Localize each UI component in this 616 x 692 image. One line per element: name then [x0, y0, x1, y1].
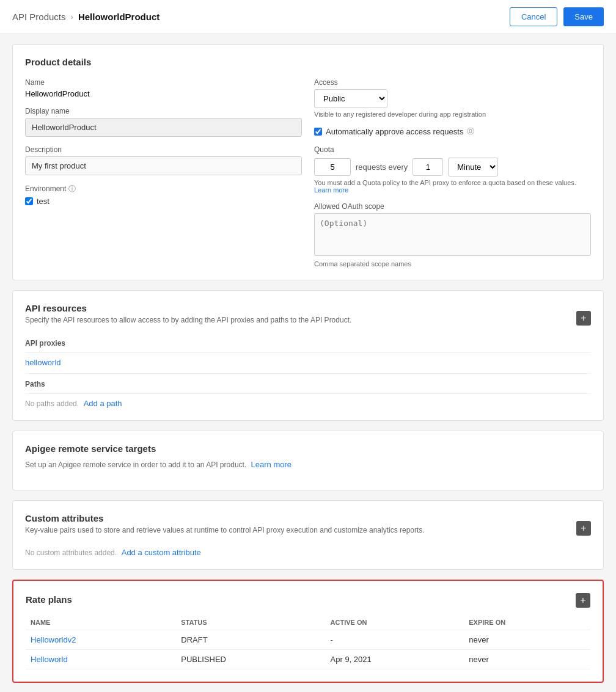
environment-checkbox[interactable] [25, 197, 33, 205]
display-name-input[interactable] [25, 118, 302, 137]
api-resources-section: API resources Specify the API resources … [12, 290, 604, 421]
name-value: HelloworldProduct [25, 89, 302, 98]
rate-plan-status: PUBLISHED [176, 650, 325, 669]
auto-approve-field: Automatically approve access requests ⓪ [314, 126, 591, 137]
cancel-button[interactable]: Cancel [510, 7, 557, 26]
custom-attributes-title: Custom attributes [25, 513, 425, 523]
rate-plans-title: Rate plans [26, 594, 72, 605]
quota-learn-more-link[interactable]: Learn more [314, 186, 348, 194]
oauth-hint: Comma separated scope names [314, 260, 591, 268]
paths-label: Paths [25, 380, 591, 388]
breadcrumb: API Products › HelloworldProduct [12, 12, 160, 22]
rate-plan-name: Helloworldv2 [26, 630, 176, 650]
rate-plans-col-status: STATUS [176, 615, 325, 630]
no-attrs-text: No custom attributes added. [25, 548, 117, 557]
rate-plan-name: Helloworld [26, 650, 176, 669]
environment-value: test [37, 197, 50, 206]
add-path-link[interactable]: Add a path [84, 399, 122, 408]
paths-row: No paths added. Add a path [25, 399, 591, 408]
rate-plan-expire-on: never [464, 630, 590, 650]
rate-plan-link[interactable]: Helloworldv2 [31, 635, 76, 644]
api-resources-header: API resources Specify the API resources … [25, 303, 591, 333]
api-resources-title: API resources [25, 303, 351, 313]
no-attrs-row: No custom attributes added. Add a custom… [25, 548, 591, 557]
apigee-targets-learn-more[interactable]: Learn more [251, 460, 292, 469]
auto-approve-help-icon[interactable]: ⓪ [467, 126, 474, 137]
add-api-resource-button[interactable]: + [576, 311, 591, 326]
description-input[interactable] [25, 156, 302, 175]
apigee-targets-section: Apigee remote service targets Set up an … [12, 431, 604, 490]
oauth-label: Allowed OAuth scope [314, 202, 591, 211]
no-paths-text: No paths added. [25, 399, 79, 408]
description-field: Description [25, 145, 302, 175]
access-hint: Visible to any registered developer duri… [314, 111, 591, 118]
rate-plans-section: Rate plans + NAME STATUS ACTIVE ON EXPIR… [12, 580, 604, 683]
quota-requests-label: requests every [356, 162, 408, 172]
add-rate-plan-button[interactable]: + [576, 593, 590, 608]
api-resources-desc: Specify the API resources to allow acces… [25, 316, 351, 324]
quota-hint: You must add a Quota policy to the API p… [314, 179, 591, 194]
product-details-left: Name HelloworldProduct Display name Desc… [25, 78, 302, 268]
custom-attributes-section: Custom attributes Key-value pairs used t… [12, 500, 604, 570]
environment-label: Environment ⓘ [25, 184, 302, 194]
rate-plan-active-on: - [326, 630, 464, 650]
quota-field: Quota requests every Minute Hour Day You… [314, 145, 591, 194]
proxy-link[interactable]: helloworld [25, 358, 61, 367]
proxies-label: API proxies [25, 339, 591, 348]
product-details-title: Product details [25, 57, 591, 67]
add-attr-link[interactable]: Add a custom attribute [122, 548, 201, 557]
name-label: Name [25, 78, 302, 87]
product-details-section: Product details Name HelloworldProduct D… [12, 44, 604, 280]
access-field: Access Public Private Internal Visible t… [314, 78, 591, 118]
rate-plans-tbody: Helloworldv2 DRAFT - never Helloworld PU… [26, 630, 590, 669]
name-field: Name HelloworldProduct [25, 78, 302, 98]
breadcrumb-parent[interactable]: API Products [12, 12, 66, 22]
product-details-grid: Name HelloworldProduct Display name Desc… [25, 78, 591, 268]
quota-unit-select[interactable]: Minute Hour Day [448, 158, 498, 177]
rate-plan-link[interactable]: Helloworld [31, 655, 68, 664]
rate-plans-col-active-on: ACTIVE ON [326, 615, 464, 630]
apigee-targets-title: Apigee remote service targets [25, 443, 591, 454]
display-name-field: Display name [25, 107, 302, 137]
quota-row: requests every Minute Hour Day [314, 158, 591, 177]
environment-help-icon[interactable]: ⓘ [68, 184, 76, 193]
custom-attributes-desc: Key-value pairs used to store and retrie… [25, 526, 425, 534]
rate-plans-header: Rate plans + [26, 593, 590, 608]
access-label: Access [314, 78, 591, 87]
rate-plan-active-on: Apr 9, 2021 [326, 650, 464, 669]
quota-label: Quota [314, 145, 591, 154]
rate-plans-thead: NAME STATUS ACTIVE ON EXPIRE ON [26, 615, 590, 630]
add-custom-attribute-button[interactable]: + [576, 521, 591, 536]
rate-plan-row: Helloworld PUBLISHED Apr 9, 2021 never [26, 650, 590, 669]
quota-interval-input[interactable] [413, 158, 443, 176]
environment-row: test [25, 197, 302, 206]
auto-approve-checkbox[interactable] [314, 128, 322, 136]
description-label: Description [25, 145, 302, 154]
auto-approve-row: Automatically approve access requests ⓪ [314, 126, 591, 137]
main-content: Product details Name HelloworldProduct D… [0, 34, 616, 692]
api-resources-title-group: API resources Specify the API resources … [25, 303, 351, 333]
spacer [25, 543, 591, 548]
apigee-targets-desc: Set up an Apigee remote service in order… [25, 460, 591, 469]
auto-approve-label: Automatically approve access requests [326, 127, 463, 136]
rate-plan-expire-on: never [464, 650, 590, 669]
breadcrumb-current: HelloworldProduct [78, 12, 160, 22]
chevron-right-icon: › [71, 12, 73, 21]
rate-plans-col-expire-on: EXPIRE ON [464, 615, 590, 630]
quota-amount-input[interactable] [314, 158, 351, 176]
access-select[interactable]: Public Private Internal [314, 89, 387, 108]
save-button[interactable]: Save [563, 7, 604, 26]
rate-plan-row: Helloworldv2 DRAFT - never [26, 630, 590, 650]
oauth-field: Allowed OAuth scope Comma separated scop… [314, 202, 591, 268]
page-header: API Products › HelloworldProduct Cancel … [0, 0, 616, 34]
custom-attributes-title-group: Custom attributes Key-value pairs used t… [25, 513, 425, 543]
rate-plans-col-name: NAME [26, 615, 176, 630]
product-details-right: Access Public Private Internal Visible t… [314, 78, 591, 268]
header-actions: Cancel Save [510, 7, 604, 26]
oauth-input[interactable] [314, 213, 591, 256]
rate-plans-table: NAME STATUS ACTIVE ON EXPIRE ON Hellowor… [26, 615, 590, 669]
custom-attributes-header: Custom attributes Key-value pairs used t… [25, 513, 591, 543]
rate-plan-status: DRAFT [176, 630, 325, 650]
display-name-label: Display name [25, 107, 302, 115]
environment-field: Environment ⓘ test [25, 184, 302, 206]
